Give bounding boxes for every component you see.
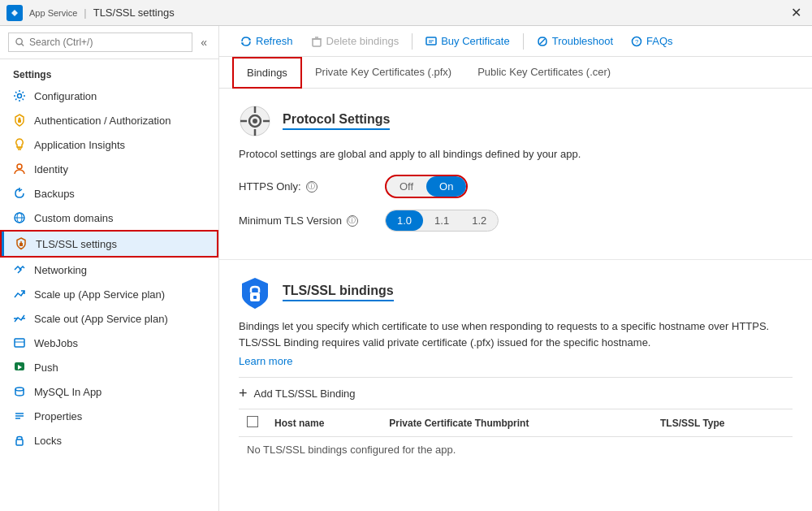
delete-bindings-button[interactable]: Delete bindings: [303, 31, 408, 51]
svg-rect-41: [253, 296, 257, 299]
scale-out-icon: [13, 312, 26, 325]
svg-rect-12: [19, 243, 23, 246]
svg-point-5: [19, 118, 21, 120]
insights-label: Application Insights: [34, 139, 125, 151]
faqs-button[interactable]: ? FAQs: [623, 31, 681, 51]
tls-version-selector[interactable]: 1.0 1.1 1.2: [385, 210, 499, 232]
sidebar-item-webjobs[interactable]: WebJobs: [0, 331, 218, 355]
certificate-icon: [425, 36, 437, 47]
sidebar-item-properties[interactable]: Properties: [0, 404, 218, 428]
app-service-icon: [6, 5, 23, 21]
close-button[interactable]: ✕: [786, 3, 806, 23]
protocol-settings-header: Protocol Settings: [239, 105, 793, 137]
tls-version-12[interactable]: 1.2: [460, 210, 498, 231]
https-only-info-icon[interactable]: ⓘ: [306, 181, 317, 193]
svg-point-1: [16, 38, 22, 44]
protocol-settings-section: Protocol Settings Protocol settings are …: [219, 89, 812, 260]
sidebar-item-tls-ssl[interactable]: TLS/SSL settings: [0, 230, 218, 258]
domains-icon: [13, 211, 26, 224]
main-container: « Settings Configuration Authentication …: [0, 26, 812, 511]
sidebar-item-insights[interactable]: Application Insights: [0, 132, 218, 157]
tls-icon: [15, 237, 28, 250]
tab-bindings[interactable]: Bindings: [232, 57, 302, 89]
tab-public-key[interactable]: Public Key Certificates (.cer): [464, 58, 624, 88]
refresh-button[interactable]: Refresh: [232, 31, 301, 51]
domains-label: Custom domains: [34, 212, 114, 224]
auth-label: Authentication / Authorization: [34, 115, 171, 127]
identity-label: Identity: [34, 163, 68, 175]
svg-rect-24: [16, 440, 23, 445]
protocol-settings-description: Protocol settings are global and apply t…: [239, 147, 793, 162]
checkbox-header: [239, 409, 266, 437]
properties-icon: [13, 409, 26, 422]
app-service-label: App Service: [29, 8, 77, 18]
sidebar-item-locks[interactable]: Locks: [0, 428, 218, 453]
content-area: Refresh Delete bindings Buy Certificate …: [219, 26, 812, 511]
backups-label: Backups: [34, 188, 75, 200]
sidebar-item-custom-domains[interactable]: Custom domains: [0, 206, 218, 230]
learn-more-link[interactable]: Learn more: [239, 355, 292, 367]
add-binding-button[interactable]: + Add TLS/SSL Binding: [239, 377, 793, 409]
https-only-toggle[interactable]: Off On: [385, 175, 468, 198]
min-tls-label-container: Minimum TLS Version ⓘ: [239, 214, 385, 227]
https-only-off[interactable]: Off: [387, 176, 426, 197]
sidebar-item-networking[interactable]: Networking: [0, 258, 218, 282]
sidebar-collapse-button[interactable]: «: [197, 34, 210, 50]
search-box[interactable]: [8, 32, 192, 52]
tls-bindings-description: Bindings let you specify which certifica…: [239, 318, 793, 350]
hostname-header: Host name: [266, 409, 381, 437]
push-label: Push: [34, 362, 58, 374]
toolbar: Refresh Delete bindings Buy Certificate …: [219, 26, 812, 57]
thumbprint-header: Private Certificate Thumbprint: [381, 409, 652, 437]
sidebar-item-backups[interactable]: Backups: [0, 181, 218, 206]
sidebar-item-mysql[interactable]: MySQL In App: [0, 379, 218, 404]
https-only-on[interactable]: On: [426, 176, 466, 197]
tls-bindings-icon: [239, 276, 271, 309]
min-tls-info-icon[interactable]: ⓘ: [347, 215, 358, 227]
https-only-label-container: HTTPS Only: ⓘ: [239, 180, 385, 193]
buy-certificate-button[interactable]: Buy Certificate: [417, 31, 518, 51]
sidebar: « Settings Configuration Authentication …: [0, 26, 219, 511]
type-header: TLS/SSL Type: [652, 409, 793, 437]
settings-section-title: Settings: [0, 59, 218, 84]
svg-text:?: ?: [635, 38, 639, 45]
tls-bindings-section: TLS/SSL bindings Bindings let you specif…: [219, 260, 812, 479]
svg-line-2: [21, 44, 24, 46]
properties-label: Properties: [34, 410, 82, 422]
backups-icon: [13, 187, 26, 200]
search-input[interactable]: [29, 37, 185, 48]
networking-label: Networking: [34, 264, 87, 276]
svg-point-20: [15, 388, 24, 391]
sidebar-item-configuration[interactable]: Configuration: [0, 84, 218, 108]
tab-private-key[interactable]: Private Key Certificates (.pfx): [302, 58, 464, 88]
toolbar-separator-1: [412, 33, 412, 50]
scale-out-label: Scale out (App Service plan): [34, 313, 168, 325]
troubleshoot-label: Troubleshoot: [552, 35, 613, 47]
delete-bindings-label: Delete bindings: [326, 35, 400, 47]
sidebar-item-auth[interactable]: Authentication / Authorization: [0, 108, 218, 132]
svg-point-3: [18, 94, 22, 98]
faqs-icon: ?: [631, 36, 642, 47]
sidebar-item-push[interactable]: Push: [0, 355, 218, 379]
tls-version-11[interactable]: 1.1: [423, 210, 460, 231]
tabs-bar: Bindings Private Key Certificates (.pfx)…: [219, 57, 812, 89]
tab-public-key-label: Public Key Certificates (.cer): [477, 66, 611, 78]
select-all-checkbox[interactable]: [247, 416, 258, 427]
sidebar-item-scale-out[interactable]: Scale out (App Service plan): [0, 306, 218, 331]
sidebar-nav: Settings Configuration Authentication / …: [0, 59, 218, 511]
sidebar-item-scale-up[interactable]: Scale up (App Service plan): [0, 282, 218, 306]
mysql-icon: [13, 385, 26, 398]
tls-version-10[interactable]: 1.0: [386, 210, 423, 231]
tls-label: TLS/SSL settings: [36, 238, 117, 250]
networking-icon: [13, 263, 26, 276]
configuration-label: Configuration: [34, 90, 97, 102]
scale-up-label: Scale up (App Service plan): [34, 288, 165, 301]
delete-icon: [311, 36, 322, 47]
svg-point-8: [17, 164, 22, 169]
troubleshoot-button[interactable]: Troubleshoot: [529, 31, 621, 51]
toolbar-separator-2: [523, 33, 524, 50]
locks-icon: [13, 434, 26, 447]
configuration-icon: [13, 89, 26, 102]
auth-icon: [13, 114, 26, 127]
sidebar-item-identity[interactable]: Identity: [0, 157, 218, 181]
